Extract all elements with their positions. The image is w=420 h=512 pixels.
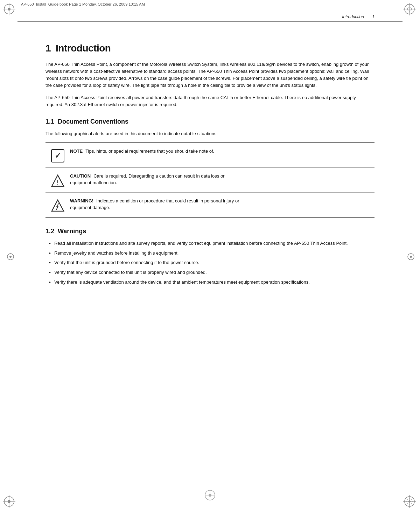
page-header-text: Introduction 1 — [342, 14, 374, 19]
page-container: AP-650_Install_Guide.book Page 1 Monday,… — [0, 0, 420, 512]
main-content: 1Introduction The AP-650 Thin Access Poi… — [18, 22, 402, 309]
note-icon-cell: ✓ — [46, 148, 70, 162]
list-item: Verify there is adequate ventilation aro… — [46, 279, 374, 286]
intro-paragraph-2: The AP-650 Thin Access Point receives al… — [46, 94, 374, 108]
chapter-title-text: Introduction — [56, 43, 111, 54]
list-item: Verify that the unit is grounded before … — [46, 259, 374, 267]
caution-label: CAUTION — [70, 173, 91, 179]
note-label: NOTE — [70, 148, 83, 154]
section-1-1-title: Document Conventions — [58, 118, 128, 125]
section-1-1-heading: 1.1Document Conventions — [46, 118, 374, 125]
corner-mark-top-right — [403, 3, 417, 17]
bottom-center-mark — [0, 489, 420, 501]
caution-text: Care is required. Disregarding a caution… — [70, 173, 225, 186]
alert-note-row: ✓ NOTETips, hints, or special requiremen… — [46, 143, 374, 168]
intro-paragraph-1: The AP-650 Thin Access Point, a componen… — [46, 61, 374, 89]
note-text: Tips, hints, or special requirements tha… — [85, 148, 214, 154]
section-1-1-number: 1.1 — [46, 118, 54, 125]
section-1-2-heading: 1.2Warnings — [46, 228, 374, 235]
page-number: 1 — [372, 14, 374, 19]
alert-boxes: ✓ NOTETips, hints, or special requiremen… — [46, 142, 374, 218]
note-icon: ✓ — [51, 149, 64, 162]
section-1-1-intro: The following graphical alerts are used … — [46, 130, 374, 137]
warnings-list: Read all installation instructions and s… — [46, 240, 374, 286]
svg-marker-23 — [52, 200, 64, 211]
note-content: NOTETips, hints, or special requirements… — [70, 148, 374, 155]
side-mark-right — [407, 252, 414, 260]
list-item: Remove jewelry and watches before instal… — [46, 250, 374, 257]
chapter-title: 1Introduction — [46, 43, 374, 54]
side-mark-left — [6, 252, 13, 260]
page-header: Introduction 1 — [18, 8, 402, 22]
warning-icon-cell — [46, 198, 70, 212]
warning-icon — [51, 199, 64, 212]
warning-text: Indicates a condition or procedure that … — [70, 198, 239, 210]
corner-mark-top-left — [3, 3, 17, 17]
chapter-number: 1 — [46, 43, 51, 54]
section-1-2-title: Warnings — [58, 228, 86, 235]
page-section-label: Introduction — [342, 14, 364, 19]
warning-label: WARNING! — [70, 198, 93, 203]
caution-icon: ! — [51, 174, 64, 187]
svg-point-18 — [9, 256, 12, 258]
list-item: Verify that any device connected to this… — [46, 269, 374, 277]
caution-content: CAUTIONCare is required. Disregarding a … — [70, 173, 374, 186]
caution-icon-cell: ! — [46, 173, 70, 187]
header-bar: AP-650_Install_Guide.book Page 1 Monday,… — [0, 0, 420, 8]
section-1-2-number: 1.2 — [46, 228, 54, 235]
list-item: Read all installation instructions and s… — [46, 240, 374, 248]
warning-content: WARNING!Indicates a condition or procedu… — [70, 198, 374, 211]
alert-warning-row: WARNING!Indicates a condition or procedu… — [46, 193, 374, 218]
filename-label: AP-650_Install_Guide.book Page 1 Monday,… — [21, 2, 145, 6]
alert-caution-row: ! CAUTIONCare is required. Disregarding … — [46, 168, 374, 193]
svg-point-20 — [410, 256, 412, 258]
svg-text:!: ! — [57, 180, 58, 186]
